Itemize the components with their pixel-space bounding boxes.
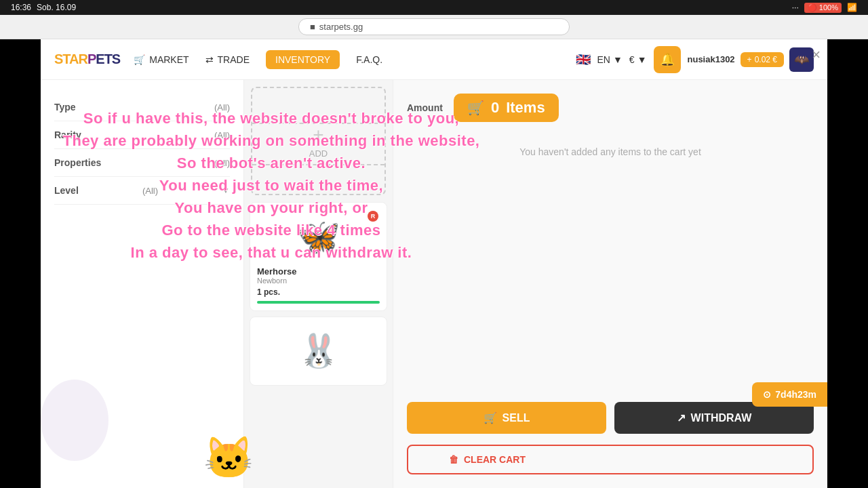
merhorse-pet-image: 🦋 <box>296 216 340 258</box>
rarity-badge-r: R <box>368 211 378 222</box>
item-sub-merhorse: Newborn <box>257 277 380 285</box>
items-label: Items <box>506 99 545 117</box>
market-link[interactable]: 🛒 MARKET <box>134 54 189 65</box>
item-card-merhorse[interactable]: 🦋 R Merhorse Newborn 1 pcs. <box>250 202 387 311</box>
plus-icon: + <box>313 124 323 146</box>
time-display: 16:36 <box>11 3 31 12</box>
page-content: Type (All) Rarity (All) Properties (All)… <box>41 80 827 488</box>
add-label: ADD <box>309 148 328 159</box>
action-buttons: 🛒 SELL ↗ WITHDRAW <box>407 402 814 434</box>
timer-icon: ⊙ <box>763 389 771 400</box>
item-image-merhorse: 🦋 R <box>257 209 380 264</box>
language-selector[interactable]: EN ▼ <box>597 54 623 65</box>
user-avatar[interactable]: 🦇 <box>789 47 814 72</box>
cart-icon: 🛒 <box>134 54 145 65</box>
withdraw-button[interactable]: ↗ WITHDRAW <box>614 402 814 434</box>
address-bar[interactable]: ■ starpets.gg <box>298 18 570 35</box>
withdraw-icon: ↗ <box>677 411 686 424</box>
item-qty-merhorse: 1 pcs. <box>257 287 380 297</box>
chevron-down-icon: ▼ <box>613 54 623 65</box>
trade-icon: ⇄ <box>205 54 214 65</box>
clear-cart-button[interactable]: 🗑 CLEAR CART <box>407 445 814 474</box>
chevron-icon: ▼ <box>222 186 230 195</box>
navigation: STARPETS 🛒 MARKET ⇄ TRADE INVENTORY F.A.… <box>41 39 827 80</box>
cart-badge-icon: 🛒 <box>467 100 484 116</box>
items-badge: 🛒 0 Items <box>454 94 559 122</box>
bunny-pet-image: 🐰 <box>298 332 339 370</box>
items-column: + ADD 🦋 R Merhorse Newborn 1 pcs. 🐰 <box>244 80 393 488</box>
browser-chrome: ■ starpets.gg <box>0 15 868 39</box>
item-image-bunny: 🐰 <box>257 324 380 378</box>
trash-icon: 🗑 <box>449 454 458 465</box>
cat-character: 🐱 <box>203 434 258 488</box>
nav-links: 🛒 MARKET ⇄ TRADE INVENTORY F.A.Q. <box>134 50 561 69</box>
add-funds-button[interactable]: + 0.02 € <box>741 52 784 67</box>
item-progress-bar <box>257 301 380 304</box>
username: nusiak1302 <box>688 54 735 64</box>
url-text: starpets.gg <box>319 22 363 32</box>
level-filter[interactable]: Level (All) ▼ <box>54 177 230 205</box>
cart-column: Amount 🛒 0 Items You haven't added any i… <box>393 80 827 488</box>
add-item-section[interactable]: + ADD <box>251 87 386 195</box>
cart-header: Amount 🛒 0 Items <box>407 94 814 122</box>
wifi-icon: 📶 <box>847 3 857 12</box>
type-filter[interactable]: Type (All) <box>54 94 230 121</box>
user-area: nusiak1302 + 0.02 € 🦇 <box>688 47 814 72</box>
sell-button[interactable]: 🛒 SELL <box>407 402 606 434</box>
currency-selector[interactable]: € ▼ <box>629 54 647 65</box>
amount-label: Amount <box>407 102 443 113</box>
currency-chevron-icon: ▼ <box>637 54 647 65</box>
cart-empty-message: You haven't added any items to the cart … <box>407 146 814 157</box>
website-container: STARPETS 🛒 MARKET ⇄ TRADE INVENTORY F.A.… <box>41 39 827 488</box>
timer-badge: ⊙ 7d4h23m <box>752 382 827 407</box>
trade-link[interactable]: ⇄ TRADE <box>205 54 250 65</box>
item-card-bunny[interactable]: 🐰 <box>250 317 387 386</box>
properties-filter[interactable]: Properties (All) <box>54 149 230 177</box>
favicon: ■ <box>310 22 315 32</box>
dots-icon: ··· <box>792 3 799 12</box>
timer-value: 7d4h23m <box>775 389 816 400</box>
decorative-blob <box>41 380 108 461</box>
clear-cart-row: 🗑 CLEAR CART <box>407 445 814 474</box>
nav-right: 🇬🇧 EN ▼ € ▼ 🔔 nusiak1302 + 0.02 € 🦇 <box>576 46 814 73</box>
logo[interactable]: STARPETS <box>54 52 120 67</box>
battery-indicator: 🔴 100% <box>804 3 842 13</box>
date-display: Sob. 16.09 <box>37 3 76 12</box>
bell-button[interactable]: 🔔 <box>654 46 681 73</box>
faq-link[interactable]: F.A.Q. <box>356 54 382 65</box>
item-name-merhorse: Merhorse <box>257 266 380 277</box>
rarity-filter[interactable]: Rarity (All) <box>54 121 230 149</box>
close-button[interactable]: × <box>812 46 821 64</box>
status-bar: 16:36 Sob. 16.09 ··· 🔴 100% 📶 <box>0 0 868 15</box>
flag-icon: 🇬🇧 <box>576 52 591 67</box>
sell-icon: 🛒 <box>484 411 497 424</box>
items-count: 0 <box>491 99 499 117</box>
inventory-link[interactable]: INVENTORY <box>266 50 340 69</box>
